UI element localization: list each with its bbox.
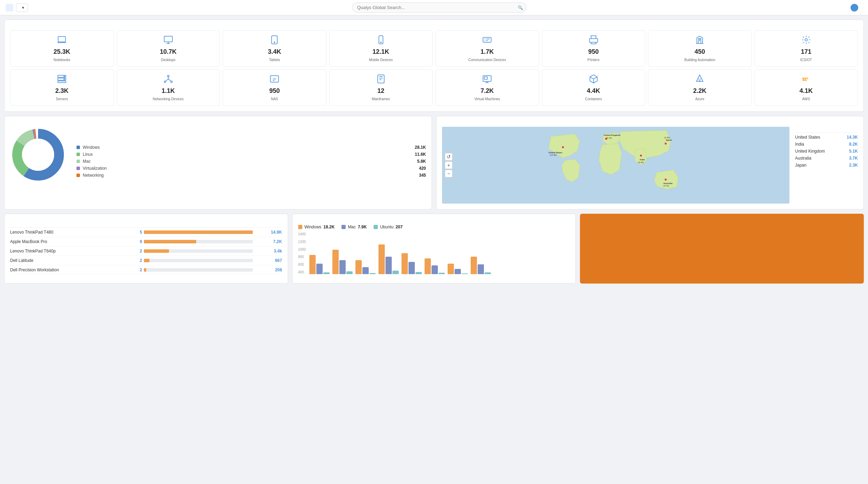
asset-item-comm[interactable]: 1.7K Communication Devices bbox=[435, 30, 539, 67]
asset-item-printers[interactable]: 950 Printers bbox=[542, 30, 646, 67]
asset-item-aws[interactable]: aws 4.1K AWS bbox=[755, 69, 858, 106]
svg-point-39 bbox=[664, 142, 667, 145]
map-reset-button[interactable]: ↺ bbox=[445, 153, 453, 161]
add-button[interactable] bbox=[851, 4, 858, 12]
legend-value: 5.8K bbox=[417, 159, 426, 164]
asset-count-printers: 950 bbox=[588, 48, 599, 56]
header-right bbox=[851, 4, 862, 12]
os-legend-item: Networking 345 bbox=[76, 173, 426, 178]
asset-count-mobile: 12.1K bbox=[373, 48, 389, 56]
asset-count-aws: 4.1K bbox=[800, 87, 813, 95]
bar-group bbox=[355, 260, 376, 274]
chart-bars bbox=[308, 232, 570, 274]
asset-item-servers[interactable]: 2.3K Servers bbox=[10, 69, 114, 106]
bottom-row: Lenovo ThinkPad T480 5 14.9K Apple MacBo… bbox=[4, 214, 864, 284]
svg-point-18 bbox=[171, 81, 172, 83]
asset-count-comm: 1.7K bbox=[480, 48, 494, 56]
os-legend-item: Virtualization 420 bbox=[76, 166, 426, 171]
asset-item-networking[interactable]: 1.1K Networking Devices bbox=[117, 69, 220, 106]
asset-item-desktops[interactable]: 10.7K Desktops bbox=[117, 30, 220, 67]
y-label: 1200 bbox=[298, 240, 306, 244]
hw-col-assets bbox=[253, 225, 282, 228]
asset-label-aws: AWS bbox=[802, 97, 810, 101]
search-input[interactable] bbox=[352, 2, 527, 13]
geo-rows: United States 14.3K India 8.2K United Ki… bbox=[795, 135, 858, 168]
geo-count: 5.1K bbox=[849, 149, 858, 154]
asset-item-mainframes[interactable]: 12 Mainframes bbox=[329, 69, 433, 106]
map-zoom-in-button[interactable]: + bbox=[445, 161, 453, 169]
svg-rect-9 bbox=[700, 39, 701, 39]
unmanaged-card bbox=[580, 214, 864, 284]
asset-count-servers: 2.3K bbox=[55, 87, 68, 95]
asset-icon-nas bbox=[270, 74, 279, 85]
asset-item-building[interactable]: 450 Building Automation bbox=[648, 30, 752, 67]
top-asset-card: 25.3K Notebooks 10.7K Desktops 3.4K Tabl… bbox=[4, 20, 864, 112]
os-legend-item: Mac 5.8K bbox=[76, 159, 426, 164]
geo-count: 14.3K bbox=[847, 135, 858, 140]
svg-text:(8.2K): (8.2K) bbox=[638, 161, 644, 163]
asset-item-icsot[interactable]: 171 ICS/OT bbox=[755, 30, 858, 67]
legend-name: Windows bbox=[83, 145, 412, 150]
map-zoom-out-button[interactable]: − bbox=[445, 170, 453, 177]
chart-bar bbox=[369, 273, 376, 274]
asset-count-nas: 950 bbox=[269, 87, 280, 95]
asset-label-azure: Azure bbox=[695, 97, 704, 101]
svg-text:(5.1K): (5.1K) bbox=[606, 137, 612, 139]
bar-group bbox=[309, 255, 330, 274]
hw-product: Dell Latitude bbox=[10, 256, 138, 265]
assign-legend: Windows 18.2K Mac 7.9K Ubuntu 207 bbox=[298, 225, 570, 229]
chart-bar bbox=[432, 265, 438, 274]
asset-item-mobile[interactable]: 12.1K Mobile Devices bbox=[329, 30, 433, 67]
geo-row: United Kingdom 5.1K bbox=[795, 149, 858, 154]
chart-bar bbox=[478, 264, 484, 274]
y-axis: 140012001000800600400 bbox=[298, 232, 307, 274]
asset-icon-networking bbox=[163, 74, 173, 85]
svg-rect-0 bbox=[58, 37, 66, 42]
asset-icon-comm bbox=[482, 35, 492, 46]
date-filter-button[interactable]: ▾ bbox=[16, 3, 28, 12]
geo-stats: United States 14.3K India 8.2K United Ki… bbox=[795, 127, 858, 204]
asset-item-notebooks[interactable]: 25.3K Notebooks bbox=[10, 30, 114, 67]
search-icon: 🔍 bbox=[518, 5, 523, 10]
asset-icon-mainframes bbox=[376, 74, 386, 85]
asset-item-tablets[interactable]: 3.4K Tablets bbox=[223, 30, 326, 67]
svg-text:(14.3K): (14.3K) bbox=[550, 154, 557, 156]
svg-text:(3.7K): (3.7K) bbox=[663, 184, 669, 187]
svg-text:India: India bbox=[640, 158, 645, 161]
svg-rect-1 bbox=[164, 36, 172, 42]
asset-icon-vm bbox=[482, 74, 492, 85]
legend-color bbox=[76, 160, 80, 163]
y-label: 1400 bbox=[298, 232, 306, 236]
endpoint-hardware-card: Lenovo ThinkPad T480 5 14.9K Apple MacBo… bbox=[4, 214, 288, 284]
asset-label-servers: Servers bbox=[56, 97, 68, 101]
hw-assets: 14.9K bbox=[253, 228, 282, 237]
world-map: United States (14.3K) United Kingdom (5.… bbox=[442, 127, 789, 204]
asset-item-nas[interactable]: 950 NAS bbox=[223, 69, 326, 106]
asset-icon-desktops bbox=[163, 35, 173, 46]
asset-grid-row2: 2.3K Servers 1.1K Networking Devices 950… bbox=[10, 69, 858, 106]
asset-item-vm[interactable]: 7.2K Virtual Machines bbox=[435, 69, 539, 106]
geo-row: Australia 3.7K bbox=[795, 156, 858, 161]
svg-point-42 bbox=[664, 178, 667, 181]
geo-country: Australia bbox=[795, 156, 849, 161]
assign-value: 18.2K bbox=[323, 225, 334, 229]
svg-point-16 bbox=[167, 75, 169, 77]
hw-tbody: Lenovo ThinkPad T480 5 14.9K Apple MacBo… bbox=[10, 228, 282, 275]
chart-bar bbox=[425, 258, 431, 274]
asset-label-comm: Communication Devices bbox=[468, 58, 506, 62]
hw-bar bbox=[144, 237, 252, 247]
y-label: 600 bbox=[298, 263, 306, 266]
asset-item-containers[interactable]: 4.4K Containers bbox=[542, 69, 646, 106]
geo-row: Japan 2.3K bbox=[795, 163, 858, 168]
asset-count-containers: 4.4K bbox=[587, 87, 600, 95]
hw-bar bbox=[144, 228, 252, 237]
hw-bar bbox=[144, 265, 252, 275]
asset-count-networking: 1.1K bbox=[162, 87, 175, 95]
map-svg: United States (14.3K) United Kingdom (5.… bbox=[442, 127, 789, 204]
table-row: Dell Latitude 2 667 bbox=[10, 256, 282, 265]
bar-group bbox=[378, 244, 399, 274]
chart-bar bbox=[362, 267, 369, 274]
asset-item-azure[interactable]: 2.2K Azure bbox=[648, 69, 752, 106]
chart-bar bbox=[392, 271, 399, 274]
geo-table-header bbox=[795, 131, 858, 133]
